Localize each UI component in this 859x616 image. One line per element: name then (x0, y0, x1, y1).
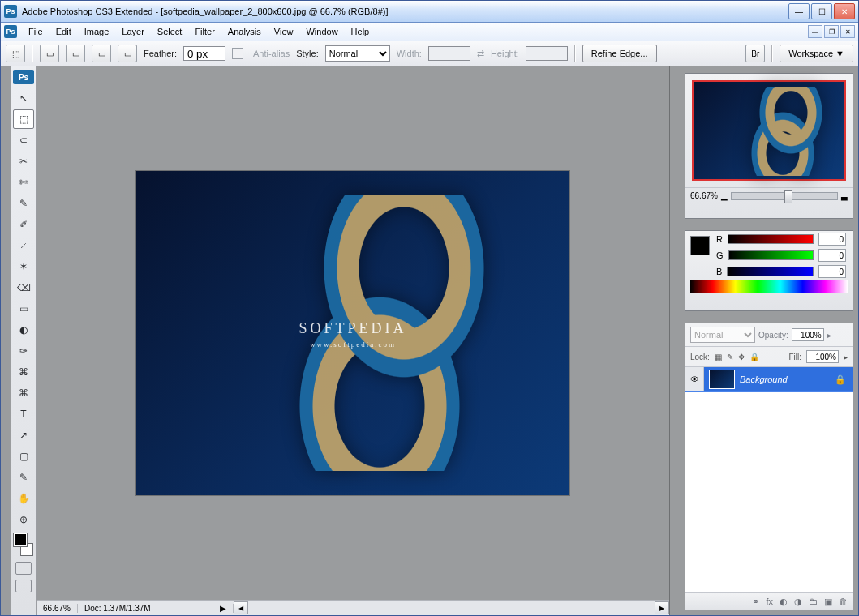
eyedropper-tool[interactable]: ✎ (13, 194, 34, 213)
healing-tool[interactable]: ✐ (13, 215, 34, 234)
stamp-tool[interactable]: ✶ (13, 257, 34, 276)
path-select-tool[interactable]: ↗ (13, 426, 34, 445)
hscroll-left-button[interactable]: ◀ (234, 601, 248, 614)
new-group-icon[interactable]: 🗀 (809, 597, 818, 606)
minimize-button[interactable]: — (788, 3, 810, 19)
link-layers-icon[interactable]: ⚭ (752, 597, 759, 607)
foreground-color-swatch[interactable] (14, 533, 27, 546)
watermark-title: SOFTPEDIA (299, 320, 406, 336)
doc-size-readout[interactable]: Doc: 1.37M/1.37M (78, 604, 213, 613)
lasso-tool[interactable]: ⊂ (13, 130, 34, 150)
zoom-in-icon[interactable]: ▃ (841, 191, 848, 200)
add-selection-icon[interactable]: ▭ (66, 45, 85, 62)
color-ramp[interactable] (690, 280, 848, 293)
menu-help[interactable]: Help (345, 27, 376, 36)
canvas-viewport[interactable]: SOFTPEDIA www.softpedia.com (37, 66, 669, 600)
menu-file[interactable]: File (22, 27, 49, 36)
layer-visibility-icon[interactable]: 👁 (685, 367, 704, 391)
right-dock-well[interactable] (669, 66, 680, 615)
b-slider[interactable] (727, 267, 814, 276)
lock-transparency-icon[interactable]: ▦ (715, 353, 722, 361)
layer-style-icon[interactable]: fx (766, 597, 773, 606)
new-layer-icon[interactable]: ▣ (824, 597, 832, 607)
r-slider[interactable] (728, 234, 814, 244)
app-menu-icon[interactable]: Ps (4, 25, 17, 38)
tool-preset-picker[interactable]: ⬚ (6, 45, 25, 62)
navigator-zoom-readout[interactable]: 66.67% (690, 191, 718, 200)
separator (574, 45, 576, 62)
lock-position-icon[interactable]: ✥ (738, 353, 745, 361)
layer-thumbnail[interactable] (709, 370, 735, 389)
status-menu-arrow[interactable]: ▶ (213, 604, 234, 613)
move-tool[interactable]: ↖ (13, 88, 34, 108)
zoom-slider-thumb[interactable] (784, 190, 792, 203)
pen-tool[interactable]: ⌘ (13, 383, 34, 403)
lock-all-icon[interactable]: 🔒 (749, 353, 759, 361)
crop-tool[interactable]: ✄ (13, 173, 34, 192)
navigator-thumbnail[interactable] (692, 80, 846, 181)
layer-row[interactable]: 👁 Background 🔒 (685, 367, 853, 392)
b-input[interactable] (818, 265, 846, 278)
r-label: R (716, 234, 723, 244)
marquee-tool[interactable]: ⬚ (13, 109, 34, 129)
g-input[interactable] (818, 249, 846, 262)
zoom-tool[interactable]: ⊕ (13, 510, 34, 529)
opacity-input[interactable] (792, 328, 824, 341)
new-selection-icon[interactable]: ▭ (40, 45, 59, 62)
menu-edit[interactable]: Edit (49, 27, 78, 36)
doc-minimize-button[interactable]: — (808, 25, 822, 38)
shape-tool[interactable]: ▢ (13, 447, 34, 466)
r-input[interactable] (818, 233, 846, 246)
menu-filter[interactable]: Filter (188, 27, 221, 36)
quick-mask-toggle[interactable] (15, 562, 32, 575)
adjustment-layer-icon[interactable]: ◑ (794, 597, 802, 607)
document-image[interactable]: SOFTPEDIA www.softpedia.com (136, 171, 569, 495)
feather-input[interactable] (183, 46, 225, 61)
opacity-flyout-icon[interactable]: ▸ (827, 331, 831, 340)
blur-tool[interactable]: ✑ (13, 341, 34, 361)
fill-input[interactable] (806, 350, 839, 363)
history-brush-tool[interactable]: ⌫ (13, 278, 34, 297)
menu-window[interactable]: Window (299, 27, 344, 36)
intersect-selection-icon[interactable]: ▭ (118, 45, 137, 62)
delete-layer-icon[interactable]: 🗑 (839, 597, 848, 606)
g-slider[interactable] (728, 250, 814, 260)
color-panel-swatch[interactable] (690, 236, 710, 255)
notes-tool[interactable]: ✎ (13, 468, 34, 487)
hscroll-right-button[interactable]: ▶ (655, 601, 669, 614)
fill-flyout-icon[interactable]: ▸ (844, 353, 848, 361)
menu-view[interactable]: View (268, 27, 300, 36)
hand-tool[interactable]: ✋ (13, 489, 34, 508)
menu-analysis[interactable]: Analysis (221, 27, 268, 36)
layers-list[interactable] (685, 392, 853, 592)
zoom-out-icon[interactable]: ▁ (721, 191, 728, 200)
brush-tool[interactable]: ⟋ (13, 236, 34, 255)
screen-mode-toggle[interactable] (15, 580, 32, 592)
layer-mask-icon[interactable]: ◐ (780, 597, 788, 607)
color-swatches[interactable] (14, 533, 33, 556)
subtract-selection-icon[interactable]: ▭ (92, 45, 111, 62)
dodge-tool[interactable]: ⌘ (13, 362, 34, 382)
menu-image[interactable]: Image (78, 27, 116, 36)
menu-layer[interactable]: Layer (115, 27, 151, 36)
layer-name[interactable]: Background (740, 374, 788, 384)
doc-restore-button[interactable]: ❐ (824, 25, 839, 38)
title-bar[interactable]: Ps Adobe Photoshop CS3 Extended - [softp… (1, 1, 858, 23)
workspace-button[interactable]: Workspace ▼ (780, 45, 853, 62)
type-tool[interactable]: T (13, 404, 34, 424)
maximize-button[interactable]: ☐ (811, 3, 832, 19)
left-dock-well[interactable] (1, 66, 11, 615)
doc-close-button[interactable]: ✕ (840, 25, 855, 38)
bridge-icon[interactable]: Br (745, 45, 765, 62)
lock-paint-icon[interactable]: ✎ (727, 353, 733, 361)
zoom-readout[interactable]: 66.67% (37, 604, 78, 613)
zoom-slider[interactable] (731, 192, 838, 200)
refine-edge-button[interactable]: Refine Edge... (582, 45, 657, 62)
toolbox-header-icon[interactable]: Ps (13, 70, 34, 84)
quick-select-tool[interactable]: ✂ (13, 152, 34, 171)
close-button[interactable]: ✕ (834, 3, 855, 19)
eraser-tool[interactable]: ▭ (13, 299, 34, 319)
style-select[interactable]: Normal (325, 45, 390, 62)
gradient-tool[interactable]: ◐ (13, 320, 34, 340)
menu-select[interactable]: Select (151, 27, 189, 36)
